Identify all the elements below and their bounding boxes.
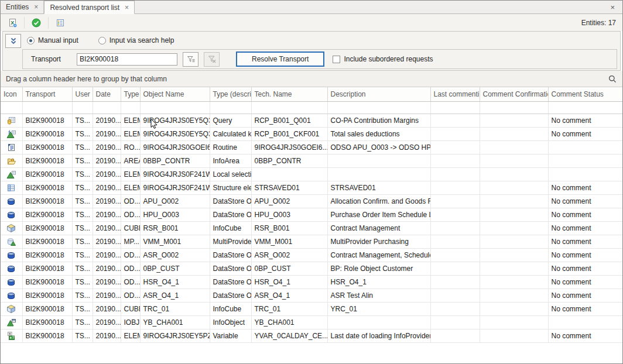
cell-type[interactable]: OD... <box>121 262 140 275</box>
cell-type-desc[interactable]: InfoArea <box>210 154 251 167</box>
cell-last-comment[interactable] <box>430 181 480 194</box>
cell-date[interactable]: 20190... <box>93 262 121 275</box>
cell-date[interactable]: 20190... <box>93 235 121 248</box>
cell-icon[interactable] <box>1 181 22 194</box>
cell-comment-status[interactable]: No comment <box>548 208 622 221</box>
cell-type-desc[interactable]: DataStore Ob... <box>210 208 251 221</box>
cell-user[interactable]: TS... <box>72 262 93 275</box>
cell-transport[interactable]: BI2K900018 <box>22 235 72 248</box>
include-subordered-checkbox[interactable]: Include subordered requests <box>333 55 433 63</box>
table-row[interactable]: ?BI2K900018TS...20190...ELEM9IROG4JRJS0E… <box>1 329 622 342</box>
filter-button[interactable] <box>183 52 198 67</box>
filter-cell[interactable] <box>72 101 93 114</box>
cell-comment-status[interactable]: No comment <box>548 235 622 248</box>
cell-date[interactable]: 20190... <box>93 127 121 140</box>
cell-type[interactable]: ELEM <box>121 181 140 194</box>
filter-cell[interactable] <box>210 101 251 114</box>
cell-user[interactable]: TS... <box>72 194 93 208</box>
cell-icon[interactable] <box>1 289 22 302</box>
cell-object-name[interactable]: RSR_B001 <box>140 221 210 235</box>
cell-comment-confirmation[interactable] <box>480 315 548 329</box>
cell-type-desc[interactable]: Calculated ke... <box>210 127 251 140</box>
cell-comment-confirmation[interactable] <box>480 194 548 208</box>
cell-comment-confirmation[interactable] <box>480 289 548 302</box>
cell-last-comment[interactable] <box>430 154 480 167</box>
table-row[interactable]: BI2K900018TS...20190...ELEM9IROG4JRJS0F2… <box>1 167 622 181</box>
cell-comment-confirmation[interactable] <box>480 262 548 275</box>
cell-last-comment[interactable] <box>430 140 480 154</box>
cell-type-desc[interactable]: DataStore Ob... <box>210 248 251 262</box>
cell-user[interactable]: TS... <box>72 114 93 127</box>
cell-type[interactable]: CUBE <box>121 302 140 315</box>
table-row[interactable]: BI2K900018TS...20190...ELEM9IROG4JRJS0EY… <box>1 114 622 127</box>
cell-tech-name[interactable]: STRSAVED01 <box>251 181 327 194</box>
cell-date[interactable]: 20190... <box>93 302 121 315</box>
cell-transport[interactable]: BI2K900018 <box>22 221 72 235</box>
cell-tech-name[interactable]: YVAR_0CALDAY_CE... <box>251 329 327 342</box>
cell-tech-name[interactable]: 0BBP_CONTR <box>251 154 327 167</box>
cell-comment-status[interactable]: No comment <box>548 194 622 208</box>
cell-transport[interactable]: BI2K900018 <box>22 127 72 140</box>
cell-comment-status[interactable]: No comment <box>548 289 622 302</box>
cell-type[interactable]: RO... <box>121 140 140 154</box>
close-icon[interactable]: × <box>125 4 129 11</box>
cell-comment-confirmation[interactable] <box>480 127 548 140</box>
cell-description[interactable]: HSR_O4_1 <box>327 275 430 289</box>
cell-last-comment[interactable] <box>430 167 480 181</box>
tab-resolved-transport-list[interactable]: Resolved transport list × <box>44 1 135 14</box>
cell-comment-status[interactable] <box>548 315 622 329</box>
filter-cell[interactable] <box>327 101 430 114</box>
table-row[interactable]: BI2K900018TS...20190...OD...ASR_O002Data… <box>1 248 622 262</box>
column-header-last-commenti[interactable]: Last commenti... <box>430 87 480 101</box>
transport-input[interactable] <box>77 53 177 66</box>
cell-tech-name[interactable]: HPU_O003 <box>251 208 327 221</box>
cell-object-name[interactable]: 9IROG4JRJS0F241W... <box>140 167 210 181</box>
cell-icon[interactable] <box>1 248 22 262</box>
cell-tech-name[interactable]: YB_CHA001 <box>251 315 327 329</box>
cell-transport[interactable]: BI2K900018 <box>22 289 72 302</box>
cell-last-comment[interactable] <box>430 194 480 208</box>
cell-tech-name[interactable] <box>251 167 327 181</box>
cell-type[interactable]: CUBE <box>121 221 140 235</box>
table-row[interactable]: BI2K900018TS...20190...OD...HPU_O003Data… <box>1 208 622 221</box>
cell-tech-name[interactable]: RSR_B001 <box>251 221 327 235</box>
cell-user[interactable]: TS... <box>72 289 93 302</box>
cell-transport[interactable]: BI2K900018 <box>22 248 72 262</box>
cell-transport[interactable]: BI2K900018 <box>22 140 72 154</box>
cell-tech-name[interactable]: RCP_B001_Q001 <box>251 114 327 127</box>
cell-type-desc[interactable]: InfoCube <box>210 221 251 235</box>
filter-cell[interactable] <box>121 101 140 114</box>
radio-input-via-search-help[interactable]: Input via search help <box>98 36 174 44</box>
column-header-tech-name[interactable]: Tech. Name <box>251 87 327 101</box>
cell-object-name[interactable]: HPU_O003 <box>140 208 210 221</box>
cell-description[interactable]: Total sales deductions <box>327 127 430 140</box>
cell-description[interactable]: Purchase Order Item Schedule Li... <box>327 208 430 221</box>
cell-last-comment[interactable] <box>430 329 480 342</box>
cell-last-comment[interactable] <box>430 315 480 329</box>
cell-type[interactable]: OD... <box>121 194 140 208</box>
cell-comment-confirmation[interactable] <box>480 154 548 167</box>
cell-date[interactable]: 20190... <box>93 329 121 342</box>
cell-icon[interactable] <box>1 140 22 154</box>
cell-object-name[interactable]: APU_O002 <box>140 194 210 208</box>
cell-transport[interactable]: BI2K900018 <box>22 181 72 194</box>
cell-comment-status[interactable]: No comment <box>548 248 622 262</box>
table-row[interactable]: BI2K900018TS...20190...IOBJYB_CHA001Info… <box>1 315 622 329</box>
cell-description[interactable]: ODSO APU_O003 -> ODSO HPU... <box>327 140 430 154</box>
cell-comment-status[interactable]: No comment <box>548 181 622 194</box>
cell-date[interactable]: 20190... <box>93 140 121 154</box>
cell-description[interactable] <box>327 315 430 329</box>
table-row[interactable]: BI2K900018TS...20190...OD...0BP_CUSTData… <box>1 262 622 275</box>
collapse-panel-button[interactable] <box>5 34 21 48</box>
cell-icon[interactable] <box>1 114 22 127</box>
cell-transport[interactable]: BI2K900018 <box>22 315 72 329</box>
cell-description[interactable]: Contract Management, Schedule ... <box>327 248 430 262</box>
filter-cell[interactable] <box>548 101 622 114</box>
cell-comment-status[interactable]: No comment <box>548 329 622 342</box>
column-header-transport[interactable]: Transport <box>22 87 72 101</box>
table-row[interactable]: BI2K900018TS...20190...OD...APU_O002Data… <box>1 194 622 208</box>
cell-object-name[interactable]: 9IROG4JRJS0EY5Q3... <box>140 127 210 140</box>
cell-tech-name[interactable]: 0BP_CUST <box>251 262 327 275</box>
table-row[interactable]: BI2K900018TS...20190...AREA0BBP_CONTRInf… <box>1 154 622 167</box>
cell-icon[interactable]: ? <box>1 329 22 342</box>
